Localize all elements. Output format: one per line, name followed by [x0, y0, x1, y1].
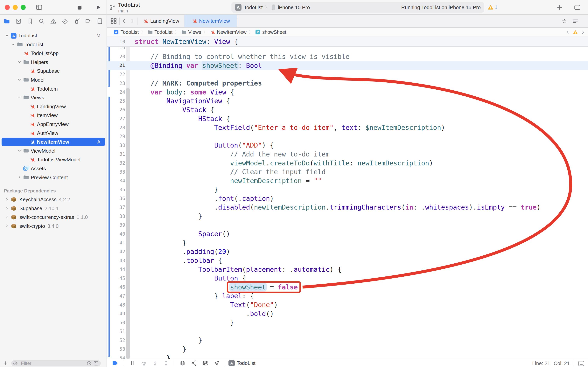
- tab-landingview[interactable]: LandingView: [137, 15, 184, 27]
- disclosure-chevron-icon[interactable]: [17, 149, 22, 153]
- sidebar-item-label[interactable]: LandingView: [37, 103, 66, 109]
- sidebar-item-label[interactable]: Preview Content: [31, 174, 68, 180]
- line-number[interactable]: 50: [107, 320, 125, 325]
- sidebar-item-landingview[interactable]: LandingView: [0, 102, 107, 111]
- line-number[interactable]: 39: [107, 222, 125, 228]
- line-number[interactable]: 40: [107, 231, 125, 237]
- line-number[interactable]: 24: [107, 89, 125, 95]
- close-window-button[interactable]: [5, 5, 10, 10]
- disclosure-chevron-icon[interactable]: [5, 224, 9, 228]
- line-number[interactable]: 33: [107, 169, 125, 175]
- code-text[interactable]: // Add the new to-do item: [134, 150, 330, 158]
- code-text[interactable]: // MARK: Computed properties: [134, 79, 262, 87]
- stop-button[interactable]: [77, 5, 83, 10]
- line-number[interactable]: 31: [107, 151, 125, 157]
- code-line-46[interactable]: 46 showSheet = false: [107, 283, 588, 292]
- code-text[interactable]: ToolbarItem(placement: .automatic) {: [134, 266, 341, 273]
- disclosure-chevron-icon[interactable]: [5, 197, 9, 201]
- line-number[interactable]: 45: [107, 275, 125, 281]
- line-number[interactable]: 53: [107, 346, 125, 352]
- code-line-33[interactable]: 33 // Clear the input field: [107, 167, 588, 176]
- dependency-label[interactable]: swift-concurrency-extras1.1.0: [19, 214, 88, 220]
- sidebar-item-todolist[interactable]: TodoList: [0, 40, 107, 49]
- sidebar-item-label[interactable]: AppEntryView: [37, 121, 69, 127]
- bookmark-navigator-icon[interactable]: [27, 18, 34, 25]
- sidebar-item-label[interactable]: TodoList: [18, 33, 37, 39]
- sidebar-item-helpers[interactable]: Helpers: [0, 58, 107, 67]
- code-line-31[interactable]: 31 // Add the new to-do item: [107, 150, 588, 158]
- code-text[interactable]: } label: {: [134, 292, 254, 300]
- code-text[interactable]: .padding(20): [134, 248, 230, 255]
- disclosure-chevron-icon[interactable]: [5, 206, 9, 210]
- line-number[interactable]: 29: [107, 133, 125, 139]
- code-line-39[interactable]: 39: [107, 221, 588, 230]
- run-button[interactable]: [95, 4, 101, 11]
- code-editor[interactable]: 1920 // Binding to control whether this …: [107, 37, 588, 359]
- line-number[interactable]: 37: [107, 204, 125, 210]
- code-text[interactable]: .font(.caption): [134, 195, 274, 202]
- code-text[interactable]: HStack {: [134, 115, 230, 123]
- pause-icon[interactable]: [129, 360, 135, 366]
- code-line-27[interactable]: 27 HStack {: [107, 114, 588, 123]
- sidebar-item-todolistviewmodel[interactable]: TodoListViewModel: [0, 155, 107, 164]
- issue-navigator-icon[interactable]: [50, 18, 57, 25]
- disclosure-chevron-icon[interactable]: [17, 175, 22, 180]
- scheme-device-name[interactable]: iPhone 15 Pro: [278, 4, 310, 10]
- code-text[interactable]: // Clear the input field: [134, 168, 326, 176]
- sidebar-item-label[interactable]: TodoList: [25, 42, 43, 47]
- line-number[interactable]: 28: [107, 125, 125, 130]
- toggle-left-sidebar-icon[interactable]: [35, 4, 43, 11]
- line-number[interactable]: 48: [107, 302, 125, 308]
- sidebar-item-label[interactable]: Helpers: [31, 59, 48, 65]
- code-text[interactable]: TextField("Enter a to-do item", text: $n…: [134, 124, 445, 131]
- dependency-label[interactable]: Supabase2.10.1: [19, 205, 59, 211]
- code-text[interactable]: }: [134, 319, 234, 326]
- sidebar-item-label[interactable]: TodoListApp: [31, 50, 59, 56]
- breadcrumb-label[interactable]: showSheet: [262, 29, 286, 35]
- filter-options-icon[interactable]: [13, 361, 19, 366]
- related-items-icon[interactable]: [110, 18, 117, 24]
- view-hierarchy-icon[interactable]: [179, 360, 186, 366]
- sidebar-item-label[interactable]: Supabase: [37, 68, 60, 74]
- minimize-window-button[interactable]: [13, 5, 18, 10]
- line-number[interactable]: 21: [107, 63, 125, 68]
- code-text[interactable]: Button("ADD") {: [134, 141, 274, 149]
- breakpoint-navigator-icon[interactable]: [85, 18, 91, 25]
- debug-app-label[interactable]: TodoList: [237, 360, 255, 366]
- sidebar-item-label[interactable]: Model: [31, 77, 44, 83]
- line-number[interactable]: 20: [107, 54, 125, 59]
- line-number[interactable]: 25: [107, 98, 125, 104]
- code-text[interactable]: @Binding var showSheet: Bool: [134, 62, 262, 69]
- issue-warning-icon[interactable]: [573, 30, 578, 35]
- code-text[interactable]: }: [134, 336, 202, 344]
- sidebar-item-label[interactable]: Views: [31, 95, 44, 101]
- line-number[interactable]: 30: [107, 142, 125, 148]
- code-line-35[interactable]: 35 }: [107, 185, 588, 194]
- report-navigator-icon[interactable]: [96, 18, 103, 25]
- line-number[interactable]: 35: [107, 187, 125, 192]
- code-text[interactable]: }: [134, 212, 202, 220]
- sidebar-item-label[interactable]: TodoListViewModel: [37, 157, 81, 163]
- code-line-28[interactable]: 28 TextField("Enter a to-do item", text:…: [107, 123, 588, 132]
- filter-field[interactable]: Filter: [11, 360, 101, 367]
- code-text[interactable]: Spacer(): [134, 230, 230, 238]
- code-line-26[interactable]: 26 VStack {: [107, 105, 588, 114]
- code-text[interactable]: Button {: [134, 274, 246, 282]
- disclosure-chevron-icon[interactable]: [5, 33, 9, 38]
- line-number[interactable]: 32: [107, 160, 125, 166]
- code-line-40[interactable]: 40 Spacer(): [107, 229, 588, 238]
- breadcrumb-item[interactable]: NewItemView: [210, 29, 247, 35]
- zoom-window-button[interactable]: [21, 5, 26, 10]
- sidebar-item-assets[interactable]: Assets: [0, 164, 107, 173]
- sidebar-item-label[interactable]: ItemView: [37, 112, 58, 118]
- dependency-label[interactable]: swift-crypto3.4.0: [19, 223, 59, 229]
- disclosure-chevron-icon[interactable]: [17, 60, 22, 64]
- code-text[interactable]: .bold(): [134, 310, 274, 318]
- code-text[interactable]: .disabled(newItemDescription.trimmingCha…: [134, 203, 541, 211]
- tab-newitemview[interactable]: NewItemView: [184, 15, 237, 27]
- disclosure-chevron-icon[interactable]: [17, 95, 22, 100]
- code-line-48[interactable]: 48 Text("Done"): [107, 300, 588, 309]
- code-text[interactable]: // Binding to control whether this view …: [134, 53, 349, 60]
- forward-chevron-icon[interactable]: [129, 18, 135, 24]
- code-line-37[interactable]: 37 .disabled(newItemDescription.trimming…: [107, 203, 588, 212]
